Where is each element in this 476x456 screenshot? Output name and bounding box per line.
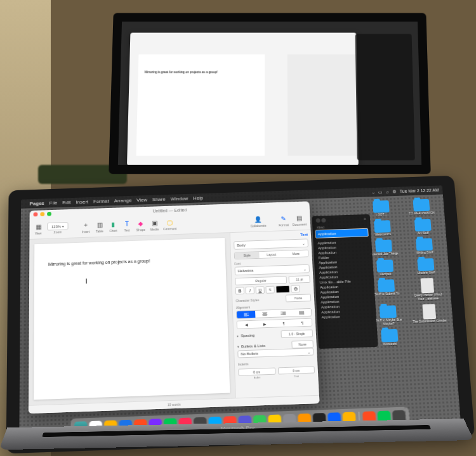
desktop-item[interactable]: The Submission Grinder	[409, 304, 449, 325]
battery-icon[interactable]: ▭	[378, 190, 383, 195]
menu-window[interactable]: Window	[170, 196, 188, 202]
char-styles-select[interactable]: None	[286, 294, 311, 302]
table-tool[interactable]: ▥Table	[95, 220, 105, 233]
document-tab[interactable]: ▤Document	[292, 213, 307, 226]
chevron-down-icon: ⌄	[302, 241, 305, 245]
view-tool[interactable]: ▦View	[33, 222, 43, 235]
format-inspector: Text Body⌄ Style Layout More Font Helvet…	[230, 230, 319, 398]
inspector-tab-text[interactable]: Text	[300, 233, 308, 237]
desktop-icons: I GOT…TO READ/WATCHWebcomicsArt StuffPot…	[362, 199, 455, 404]
italic-button[interactable]: I	[246, 287, 255, 294]
seg-style[interactable]: Style	[235, 252, 260, 259]
search-icon[interactable]: ⌕	[386, 190, 388, 194]
desktop-item[interactable]: QueryTracker | Find Your…atabase	[407, 278, 447, 301]
desktop-item[interactable]: Ukulele Stuff	[406, 257, 446, 275]
desktop-item-label: TO READ/WATCH	[403, 211, 441, 216]
insert-tool[interactable]: ＋Insert	[81, 221, 91, 234]
finder-kind-panel[interactable]: ⌕ Kind ApplicationApplicationApplication…	[312, 214, 378, 349]
media-tool[interactable]: ▣Media	[149, 218, 159, 231]
close-button[interactable]	[34, 212, 38, 217]
bullets-preset-select[interactable]: None	[291, 340, 314, 348]
indent-text-field[interactable]: 0 cm	[277, 366, 315, 374]
control-center-icon[interactable]: ⚙	[392, 189, 396, 194]
menu-help[interactable]: Help	[193, 195, 203, 201]
align-center[interactable]	[255, 310, 274, 318]
wifi-icon[interactable]: ⌵	[372, 190, 374, 195]
minimize-button[interactable]	[40, 212, 44, 216]
format-tab[interactable]: ✎Format	[278, 214, 289, 226]
folder-icon	[416, 238, 433, 251]
menu-edit[interactable]: Edit	[62, 200, 71, 205]
word-count[interactable]: 10 words	[168, 402, 181, 407]
indent-button[interactable]: ▶	[256, 320, 275, 328]
folder-icon	[376, 259, 393, 272]
text-cursor	[86, 279, 87, 284]
folder-icon	[378, 279, 395, 292]
folder-icon	[381, 329, 398, 342]
pages-window[interactable]: Untitled — Edited ▦View 125% ▾Zoom ＋Inse…	[29, 201, 320, 414]
font-family-select[interactable]: Helvetica⌄	[235, 264, 310, 276]
laptop-screen: Pages File Edit Insert Format Arrange Vi…	[19, 185, 461, 443]
app-menu[interactable]: Pages	[30, 200, 44, 206]
align-justify[interactable]	[293, 309, 312, 316]
mirrored-document: Mirroring is great for working on projec…	[136, 55, 265, 156]
rtl-button[interactable]: ¶	[293, 319, 312, 327]
gear-icon[interactable]: ⚙	[291, 285, 300, 292]
menu-insert[interactable]: Insert	[76, 199, 88, 205]
window-title: Untitled — Edited	[153, 207, 187, 212]
menu-share[interactable]: Share	[152, 197, 166, 202]
folder-icon	[373, 200, 390, 213]
ltr-button[interactable]: ¶	[274, 320, 293, 327]
indent-bullet-field[interactable]: 0 cm	[238, 368, 275, 376]
paragraph-style-select[interactable]: Body⌄	[234, 238, 308, 249]
desktop-item-label: QueryTracker | Find Your…atabase	[409, 293, 447, 301]
file-icon	[420, 278, 434, 293]
seg-more[interactable]: More	[284, 251, 308, 257]
font-size-field[interactable]: 11 pt	[289, 275, 310, 283]
indents-label: Indents	[238, 362, 249, 367]
desktop-item[interactable]: Art Stuff	[404, 218, 442, 235]
align-left[interactable]	[237, 311, 256, 318]
text-tool[interactable]: TText	[122, 219, 132, 233]
spacing-select[interactable]: 1.0 - Single	[281, 329, 313, 338]
menu-arrange[interactable]: Arrange	[114, 198, 131, 204]
folder-icon	[413, 199, 430, 212]
document-canvas[interactable]: Mirroring is great for working on projec…	[29, 233, 235, 405]
mirrored-pages-window: Mirroring is great for working on projec…	[127, 33, 359, 166]
desktop-item[interactable]: TO READ/WATCH	[402, 199, 440, 216]
spacing-disclosure[interactable]: Spacing	[241, 334, 255, 338]
folder-icon	[417, 258, 434, 271]
desktop-item[interactable]: Writing Stuff	[405, 238, 444, 255]
comment-tool[interactable]: ▢Comment	[163, 218, 177, 231]
bullets-disclosure[interactable]: Bullets & Lists	[241, 344, 265, 348]
text-color-swatch[interactable]	[275, 285, 289, 293]
bold-button[interactable]: B	[235, 287, 244, 294]
document-page[interactable]: Mirroring is great for working on projec…	[34, 238, 230, 400]
menubar-clock[interactable]: Tue Mar 2 12:22 AM	[400, 188, 439, 193]
outdent-button[interactable]: ◀	[237, 321, 256, 329]
collaborate-tool[interactable]: 👤Collaborate	[250, 215, 267, 228]
zoom-control[interactable]: 125% ▾Zoom	[47, 222, 69, 234]
chart-tool[interactable]: ▮Chart	[108, 219, 118, 233]
alignment-segmented[interactable]	[236, 308, 312, 319]
desktop-item-label: Ukulele Stuff	[407, 270, 445, 275]
kind-row[interactable]: Application	[315, 228, 368, 238]
zoom-button[interactable]	[47, 212, 51, 216]
external-monitor: Mirroring is great for working on projec…	[109, 13, 431, 174]
shape-tool[interactable]: ◆Shape	[136, 219, 146, 232]
menu-view[interactable]: View	[136, 197, 147, 203]
underline-button[interactable]: U	[256, 286, 265, 294]
menu-file[interactable]: File	[50, 200, 58, 206]
strike-button[interactable]: S	[265, 286, 274, 294]
desktop-item-label: The Submission Grinder	[411, 319, 449, 324]
kind-row[interactable]: Application	[319, 313, 373, 320]
search-icon[interactable]: ⌕	[364, 217, 366, 222]
folder-icon	[414, 219, 432, 231]
font-style-select[interactable]: Regular	[235, 276, 287, 285]
desktop-item-label: Art Stuff	[404, 231, 442, 235]
folder-icon	[375, 240, 392, 252]
menu-format[interactable]: Format	[93, 199, 109, 204]
seg-layout[interactable]: Layout	[259, 251, 284, 258]
align-right[interactable]	[274, 309, 293, 317]
file-icon	[422, 304, 436, 319]
